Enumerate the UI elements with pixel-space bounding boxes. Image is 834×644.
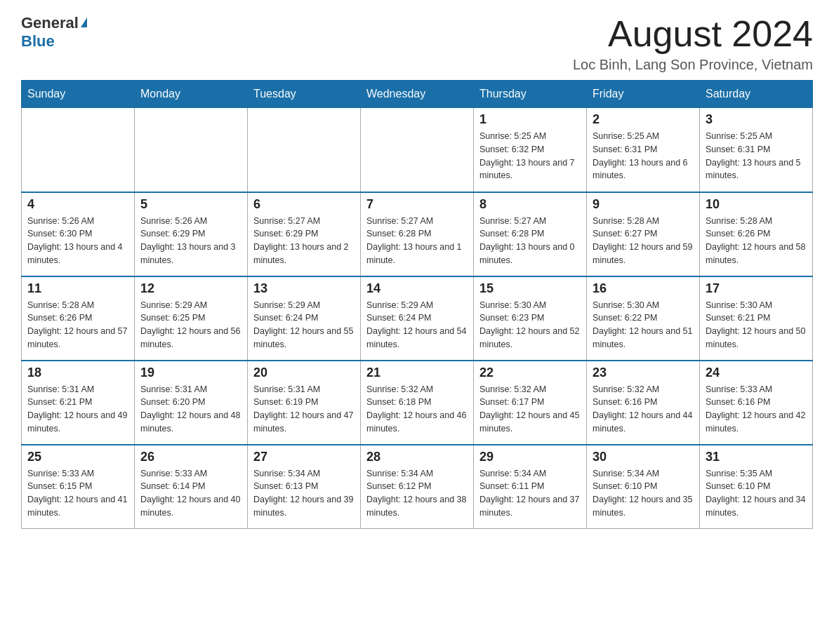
day-info: Sunrise: 5:32 AMSunset: 6:16 PMDaylight:…: [593, 383, 694, 436]
calendar-cell: [22, 108, 135, 192]
calendar-cell: 1Sunrise: 5:25 AMSunset: 6:32 PMDaylight…: [474, 108, 587, 192]
calendar-cell: 25Sunrise: 5:33 AMSunset: 6:15 PMDayligh…: [22, 445, 135, 529]
day-number: 12: [140, 281, 241, 296]
day-info: Sunrise: 5:26 AMSunset: 6:30 PMDaylight:…: [27, 215, 128, 267]
day-number: 13: [253, 281, 355, 296]
calendar-cell: 23Sunrise: 5:32 AMSunset: 6:16 PMDayligh…: [587, 361, 700, 445]
day-number: 17: [706, 281, 807, 296]
day-number: 9: [593, 197, 694, 212]
day-info: Sunrise: 5:31 AMSunset: 6:21 PMDaylight:…: [27, 383, 128, 436]
day-number: 21: [366, 365, 468, 380]
location-subtitle: Loc Binh, Lang Son Province, Vietnam: [573, 57, 813, 73]
day-number: 16: [593, 281, 694, 296]
logo-triangle-icon: [81, 18, 87, 27]
calendar-header-friday: Friday: [587, 81, 700, 108]
page-header: General Blue August 2024 Loc Binh, Lang …: [21, 14, 813, 73]
day-info: Sunrise: 5:26 AMSunset: 6:29 PMDaylight:…: [140, 215, 241, 267]
day-number: 14: [366, 281, 468, 296]
day-number: 4: [27, 197, 128, 212]
day-info: Sunrise: 5:35 AMSunset: 6:10 PMDaylight:…: [706, 467, 807, 520]
calendar-cell: 17Sunrise: 5:30 AMSunset: 6:21 PMDayligh…: [700, 276, 813, 361]
calendar-cell: 21Sunrise: 5:32 AMSunset: 6:18 PMDayligh…: [361, 361, 474, 445]
day-info: Sunrise: 5:27 AMSunset: 6:28 PMDaylight:…: [479, 215, 581, 267]
day-info: Sunrise: 5:28 AMSunset: 6:27 PMDaylight:…: [593, 215, 694, 267]
calendar-week-row: 4Sunrise: 5:26 AMSunset: 6:30 PMDaylight…: [22, 192, 813, 276]
day-info: Sunrise: 5:25 AMSunset: 6:32 PMDaylight:…: [479, 130, 581, 182]
day-number: 8: [479, 197, 581, 212]
day-info: Sunrise: 5:30 AMSunset: 6:23 PMDaylight:…: [479, 299, 581, 351]
calendar-cell: 12Sunrise: 5:29 AMSunset: 6:25 PMDayligh…: [135, 276, 248, 361]
calendar-cell: 7Sunrise: 5:27 AMSunset: 6:28 PMDaylight…: [361, 192, 474, 276]
day-info: Sunrise: 5:29 AMSunset: 6:25 PMDaylight:…: [140, 299, 241, 351]
calendar-cell: 6Sunrise: 5:27 AMSunset: 6:29 PMDaylight…: [248, 192, 361, 276]
day-number: 27: [253, 450, 355, 464]
logo-general-text: General: [21, 14, 79, 32]
day-number: 2: [593, 112, 694, 127]
day-number: 1: [479, 112, 581, 127]
calendar-cell: 19Sunrise: 5:31 AMSunset: 6:20 PMDayligh…: [135, 361, 248, 445]
day-number: 3: [706, 112, 807, 127]
calendar-cell: 8Sunrise: 5:27 AMSunset: 6:28 PMDaylight…: [474, 192, 587, 276]
logo: General Blue: [21, 14, 87, 51]
calendar-cell: 20Sunrise: 5:31 AMSunset: 6:19 PMDayligh…: [248, 361, 361, 445]
calendar-week-row: 25Sunrise: 5:33 AMSunset: 6:15 PMDayligh…: [22, 445, 813, 529]
calendar-header-sunday: Sunday: [22, 81, 135, 108]
day-info: Sunrise: 5:29 AMSunset: 6:24 PMDaylight:…: [253, 299, 355, 351]
day-info: Sunrise: 5:32 AMSunset: 6:17 PMDaylight:…: [479, 383, 581, 436]
calendar-cell: 29Sunrise: 5:34 AMSunset: 6:11 PMDayligh…: [474, 445, 587, 529]
day-number: 19: [140, 365, 241, 380]
calendar-cell: 28Sunrise: 5:34 AMSunset: 6:12 PMDayligh…: [361, 445, 474, 529]
calendar-cell: 18Sunrise: 5:31 AMSunset: 6:21 PMDayligh…: [22, 361, 135, 445]
day-info: Sunrise: 5:32 AMSunset: 6:18 PMDaylight:…: [366, 383, 468, 436]
day-number: 15: [479, 281, 581, 296]
day-info: Sunrise: 5:34 AMSunset: 6:13 PMDaylight:…: [253, 467, 355, 520]
day-info: Sunrise: 5:34 AMSunset: 6:12 PMDaylight:…: [366, 467, 468, 520]
day-info: Sunrise: 5:30 AMSunset: 6:21 PMDaylight:…: [706, 299, 807, 351]
day-number: 26: [140, 450, 241, 464]
calendar-header-thursday: Thursday: [474, 81, 587, 108]
calendar-cell: 4Sunrise: 5:26 AMSunset: 6:30 PMDaylight…: [22, 192, 135, 276]
calendar-cell: 31Sunrise: 5:35 AMSunset: 6:10 PMDayligh…: [700, 445, 813, 529]
logo-blue-text: Blue: [21, 32, 55, 51]
day-info: Sunrise: 5:30 AMSunset: 6:22 PMDaylight:…: [593, 299, 694, 351]
day-info: Sunrise: 5:34 AMSunset: 6:10 PMDaylight:…: [593, 467, 694, 520]
calendar-header-tuesday: Tuesday: [248, 81, 361, 108]
day-number: 28: [366, 450, 468, 464]
day-number: 22: [479, 365, 581, 380]
calendar-cell: 14Sunrise: 5:29 AMSunset: 6:24 PMDayligh…: [361, 276, 474, 361]
day-number: 11: [27, 281, 128, 296]
calendar-cell: 11Sunrise: 5:28 AMSunset: 6:26 PMDayligh…: [22, 276, 135, 361]
day-info: Sunrise: 5:34 AMSunset: 6:11 PMDaylight:…: [479, 467, 581, 520]
day-number: 6: [253, 197, 355, 212]
calendar-table: SundayMondayTuesdayWednesdayThursdayFrid…: [21, 80, 813, 529]
calendar-cell: 27Sunrise: 5:34 AMSunset: 6:13 PMDayligh…: [248, 445, 361, 529]
day-info: Sunrise: 5:27 AMSunset: 6:28 PMDaylight:…: [366, 215, 468, 267]
day-info: Sunrise: 5:27 AMSunset: 6:29 PMDaylight:…: [253, 215, 355, 267]
day-info: Sunrise: 5:25 AMSunset: 6:31 PMDaylight:…: [593, 130, 694, 182]
day-info: Sunrise: 5:31 AMSunset: 6:20 PMDaylight:…: [140, 383, 241, 436]
calendar-header-wednesday: Wednesday: [361, 81, 474, 108]
calendar-cell: 5Sunrise: 5:26 AMSunset: 6:29 PMDaylight…: [135, 192, 248, 276]
calendar-header-saturday: Saturday: [700, 81, 813, 108]
calendar-cell: 16Sunrise: 5:30 AMSunset: 6:22 PMDayligh…: [587, 276, 700, 361]
calendar-week-row: 11Sunrise: 5:28 AMSunset: 6:26 PMDayligh…: [22, 276, 813, 361]
calendar-cell: 30Sunrise: 5:34 AMSunset: 6:10 PMDayligh…: [587, 445, 700, 529]
day-info: Sunrise: 5:31 AMSunset: 6:19 PMDaylight:…: [253, 383, 355, 436]
day-number: 29: [479, 450, 581, 464]
calendar-cell: 9Sunrise: 5:28 AMSunset: 6:27 PMDaylight…: [587, 192, 700, 276]
day-number: 5: [140, 197, 241, 212]
day-info: Sunrise: 5:33 AMSunset: 6:16 PMDaylight:…: [706, 383, 807, 436]
calendar-week-row: 1Sunrise: 5:25 AMSunset: 6:32 PMDaylight…: [22, 108, 813, 192]
calendar-header-row: SundayMondayTuesdayWednesdayThursdayFrid…: [22, 81, 813, 108]
day-info: Sunrise: 5:33 AMSunset: 6:14 PMDaylight:…: [140, 467, 241, 520]
day-number: 31: [706, 450, 807, 464]
day-number: 23: [593, 365, 694, 380]
calendar-cell: 13Sunrise: 5:29 AMSunset: 6:24 PMDayligh…: [248, 276, 361, 361]
calendar-cell: 15Sunrise: 5:30 AMSunset: 6:23 PMDayligh…: [474, 276, 587, 361]
day-info: Sunrise: 5:28 AMSunset: 6:26 PMDaylight:…: [27, 299, 128, 351]
calendar-cell: 3Sunrise: 5:25 AMSunset: 6:31 PMDaylight…: [700, 108, 813, 192]
day-number: 18: [27, 365, 128, 380]
day-info: Sunrise: 5:25 AMSunset: 6:31 PMDaylight:…: [706, 130, 807, 182]
day-number: 25: [27, 450, 128, 464]
day-info: Sunrise: 5:33 AMSunset: 6:15 PMDaylight:…: [27, 467, 128, 520]
